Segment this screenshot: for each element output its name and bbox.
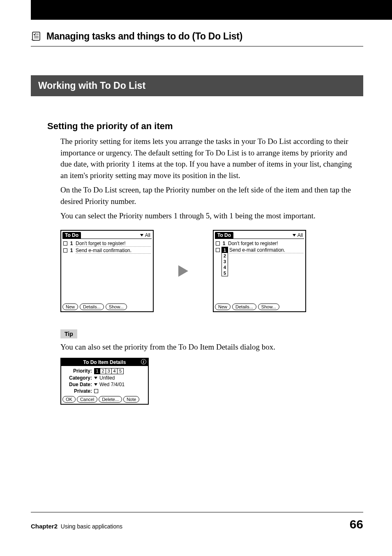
checkbox-icon[interactable] xyxy=(216,241,220,246)
palm-screen-after: To Do All 1 Don't forget to register! 1 xyxy=(213,230,306,312)
show-button[interactable]: Show... xyxy=(106,303,127,310)
private-label: Private: xyxy=(63,388,92,394)
page-title: Managing tasks and things to do (To Do L… xyxy=(46,31,242,42)
page-title-row: Managing tasks and things to do (To Do L… xyxy=(31,30,363,46)
dropdown-icon[interactable] xyxy=(94,383,97,386)
todo-row[interactable]: 1 Don't forget to register! xyxy=(63,240,151,247)
priority-number[interactable]: 1 xyxy=(69,241,74,246)
priority-option[interactable]: 2 xyxy=(222,253,228,259)
duedate-value[interactable]: Wed 7/4/01 xyxy=(99,382,125,387)
body-paragraph-1: The priority setting for items lets you … xyxy=(60,136,359,181)
todo-row[interactable]: 1 2 3 4 5 Send e-mail confirmation. xyxy=(216,247,303,254)
figures-row: To Do All 1 Don't forget to register! 1 … xyxy=(60,230,363,312)
todo-row[interactable]: 1 Don't forget to register! xyxy=(216,240,303,247)
ok-button[interactable]: OK xyxy=(62,396,76,403)
priority-label: Priority: xyxy=(63,368,92,374)
checkbox-icon[interactable] xyxy=(216,248,220,252)
todo-row[interactable]: 1 Send e-mail confirmation. xyxy=(63,247,151,254)
category-selector[interactable]: All xyxy=(291,232,304,239)
page-footer: Chapter2 Using basic applications 66 xyxy=(31,512,363,531)
details-button[interactable]: Details... xyxy=(232,303,256,310)
category-value[interactable]: Unfiled xyxy=(99,375,115,381)
priority-number[interactable]: 1 xyxy=(222,241,226,246)
cancel-button[interactable]: Cancel xyxy=(77,396,97,403)
priority-option[interactable]: 4 xyxy=(222,264,228,270)
footer-chapter: Chapter2 Using basic applications xyxy=(31,523,122,530)
dropdown-icon[interactable] xyxy=(94,377,97,379)
tip-label: Tip xyxy=(60,329,77,338)
arrow-right-icon xyxy=(178,265,188,277)
private-checkbox[interactable] xyxy=(94,389,98,393)
section-heading: Working with To Do List xyxy=(31,75,363,96)
top-header-bar xyxy=(31,0,392,20)
palm-title-tab: To Do xyxy=(215,232,233,239)
todo-text[interactable]: Send e-mail confirmation. xyxy=(229,247,303,253)
checkbox-icon[interactable] xyxy=(63,248,67,253)
priority-number[interactable]: 1 xyxy=(69,248,74,253)
todo-text[interactable]: Send e-mail confirmation. xyxy=(76,248,151,254)
priority-option[interactable]: 3 xyxy=(106,368,112,374)
tip-text: You can also set the priority from the T… xyxy=(60,343,363,352)
category-label: All xyxy=(297,232,303,238)
priority-popup[interactable]: 1 2 3 4 5 xyxy=(221,247,228,276)
category-selector[interactable]: All xyxy=(139,232,152,239)
priority-option[interactable]: 1 xyxy=(222,247,228,253)
priority-option[interactable]: 5 xyxy=(118,368,123,374)
todo-text[interactable]: Don't forget to register! xyxy=(76,241,151,247)
body-paragraph-3: You can select the Priority numbers 1 th… xyxy=(60,210,359,222)
priority-option[interactable]: 3 xyxy=(222,259,228,264)
page-number: 66 xyxy=(350,517,363,531)
duedate-label: Due Date: xyxy=(63,382,92,387)
priority-option[interactable]: 4 xyxy=(112,368,118,374)
priority-option[interactable]: 5 xyxy=(222,270,228,276)
show-button[interactable]: Show... xyxy=(258,303,279,310)
palm-screen-before: To Do All 1 Don't forget to register! 1 … xyxy=(60,230,154,312)
priority-option[interactable]: 2 xyxy=(100,368,106,374)
category-label: Category: xyxy=(63,375,92,381)
checkbox-icon[interactable] xyxy=(63,241,67,246)
info-icon[interactable]: i xyxy=(141,359,146,364)
body-paragraph-2: On the To Do List screen, tap the Priori… xyxy=(60,184,359,207)
priority-option[interactable]: 1 xyxy=(95,368,100,374)
dialog-title: To Do Item Details i xyxy=(61,359,148,366)
todo-item-details-dialog: To Do Item Details i Priority: 1 2 3 4 5… xyxy=(60,358,149,405)
palm-title-tab: To Do xyxy=(62,232,81,239)
note-button[interactable]: Note xyxy=(123,396,139,403)
todo-list-icon xyxy=(31,30,42,42)
sub-heading: Setting the priority of an item xyxy=(47,121,363,132)
dropdown-icon xyxy=(140,234,143,236)
new-button[interactable]: New xyxy=(62,303,78,310)
details-button[interactable]: Details... xyxy=(80,303,104,310)
delete-button[interactable]: Delete... xyxy=(99,396,122,403)
dropdown-icon xyxy=(293,234,296,236)
priority-selector[interactable]: 1 2 3 4 5 xyxy=(94,368,124,374)
todo-text[interactable]: Don't forget to register! xyxy=(228,241,278,246)
new-button[interactable]: New xyxy=(215,303,231,310)
category-label: All xyxy=(145,232,150,238)
